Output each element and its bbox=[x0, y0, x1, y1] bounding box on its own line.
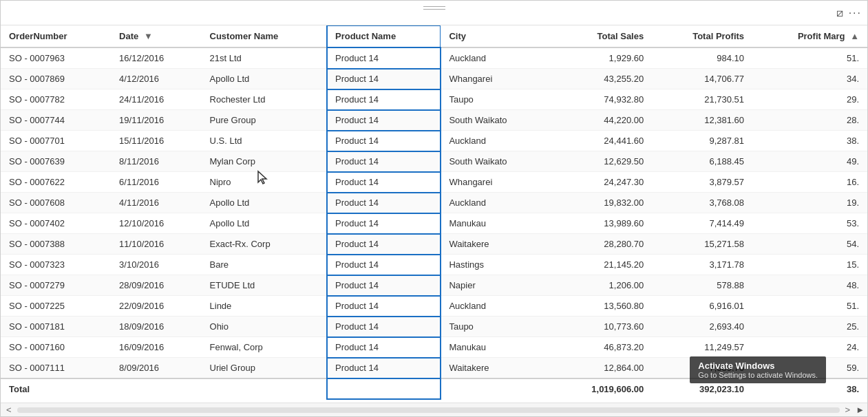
cell-customer-name: Ohio bbox=[202, 317, 327, 337]
cell-profit-margin: 24. bbox=[752, 337, 867, 358]
cell-profit-margin: 51. bbox=[752, 296, 867, 317]
cell-date: 11/10/2016 bbox=[111, 234, 201, 255]
table-row: SO - 000774419/11/2016Pure GroupProduct … bbox=[1, 110, 867, 131]
horizontal-scrollbar[interactable]: < > ► bbox=[1, 403, 867, 416]
scroll-right-far-arrow[interactable]: ► bbox=[856, 405, 865, 415]
table-row: SO - 00076398/11/2016Mylan CorpProduct 1… bbox=[1, 151, 867, 172]
cell-total-sales: 43,255.20 bbox=[551, 69, 652, 89]
cell-customer-name: Nipro bbox=[202, 172, 327, 193]
cell-order-number: SO - 0007323 bbox=[1, 255, 111, 275]
cell-total-profits: 984.10 bbox=[652, 47, 752, 69]
col-header-total-profits[interactable]: Total Profits bbox=[652, 25, 752, 47]
cell-customer-name: Mylan Corp bbox=[202, 151, 327, 172]
cell-product-name: Product 14 bbox=[327, 193, 441, 213]
table-row: SO - 000778224/11/2016Rochester LtdProdu… bbox=[1, 89, 867, 110]
scroll-right-arrow[interactable]: > bbox=[843, 405, 854, 415]
main-window: ⧄ ··· OrderNumber Date ▼ Customer Name bbox=[0, 0, 868, 417]
cell-date: 22/09/2016 bbox=[111, 296, 201, 317]
cell-total-profits: 3,768.08 bbox=[652, 193, 752, 213]
cell-total-profits: 7,414.49 bbox=[652, 213, 752, 234]
cell-date: 15/11/2016 bbox=[111, 131, 201, 151]
cell-total-profits: 3,879.57 bbox=[652, 172, 752, 193]
cell-total-sales: 21,145.20 bbox=[551, 255, 652, 275]
cell-customer-name: Pure Group bbox=[202, 110, 327, 131]
table-row: SO - 000718118/09/2016OhioProduct 14Taup… bbox=[1, 317, 867, 337]
cell-profit-margin: 53. bbox=[752, 213, 867, 234]
cell-profit-margin: 19. bbox=[752, 193, 867, 213]
col-header-date[interactable]: Date ▼ bbox=[111, 25, 201, 47]
table-row: SO - 000770115/11/2016U.S. LtdProduct 14… bbox=[1, 131, 867, 151]
cell-total-profits: 14,706.77 bbox=[652, 69, 752, 89]
cell-total-profits: 578.88 bbox=[652, 275, 752, 296]
table-footer-row: Total 1,019,606.00 392,023.10 38. bbox=[1, 378, 867, 399]
col-header-profit-margin[interactable]: Profit Marg ▲ bbox=[752, 25, 867, 47]
cell-date: 8/09/2016 bbox=[111, 358, 201, 379]
col-header-total-sales[interactable]: Total Sales bbox=[551, 25, 652, 47]
cell-total-profits: 2,693.40 bbox=[652, 317, 752, 337]
col-header-city[interactable]: City bbox=[441, 25, 550, 47]
cell-order-number: SO - 0007622 bbox=[1, 172, 111, 193]
cell-order-number: SO - 0007608 bbox=[1, 193, 111, 213]
cell-product-name: Product 14 bbox=[327, 131, 441, 151]
cell-city: Manukau bbox=[441, 337, 550, 358]
cell-date: 16/09/2016 bbox=[111, 337, 201, 358]
cell-total-profits: 6,188.45 bbox=[652, 151, 752, 172]
cell-order-number: SO - 0007388 bbox=[1, 234, 111, 255]
cell-date: 6/11/2016 bbox=[111, 172, 201, 193]
cell-order-number: SO - 0007225 bbox=[1, 296, 111, 317]
cell-total-profits: 15,271.58 bbox=[652, 234, 752, 255]
cell-city: Napier bbox=[441, 275, 550, 296]
sort-icon-profit-margin: ▲ bbox=[850, 31, 859, 41]
cell-product-name: Product 14 bbox=[327, 89, 441, 110]
data-table: OrderNumber Date ▼ Customer Name Product… bbox=[1, 25, 867, 399]
cell-total-sales: 13,989.60 bbox=[551, 213, 652, 234]
cell-total-sales: 46,873.20 bbox=[551, 337, 652, 358]
export-icon[interactable]: ⧄ bbox=[836, 7, 843, 19]
cell-customer-name: Bare bbox=[202, 255, 327, 275]
table-row: SO - 000716016/09/2016Fenwal, CorpProduc… bbox=[1, 337, 867, 358]
cell-product-name: Product 14 bbox=[327, 234, 441, 255]
cell-date: 16/12/2016 bbox=[111, 47, 201, 69]
cell-order-number: SO - 0007869 bbox=[1, 69, 111, 89]
cell-order-number: SO - 0007782 bbox=[1, 89, 111, 110]
col-header-product-name[interactable]: Product Name bbox=[327, 25, 441, 47]
table-row: SO - 000740212/10/2016Apollo LtdProduct … bbox=[1, 213, 867, 234]
table-row: SO - 000722522/09/2016LindeProduct 14Auc… bbox=[1, 296, 867, 317]
scroll-track[interactable] bbox=[17, 407, 840, 413]
cell-profit-margin: 25. bbox=[752, 317, 867, 337]
cell-profit-margin: 54. bbox=[752, 234, 867, 255]
table-row: SO - 000738811/10/2016Exact-Rx. CorpProd… bbox=[1, 234, 867, 255]
cell-total-sales: 74,932.80 bbox=[551, 89, 652, 110]
cell-profit-margin: 28. bbox=[752, 110, 867, 131]
cell-product-name: Product 14 bbox=[327, 110, 441, 131]
drag-handle[interactable] bbox=[423, 6, 445, 9]
cell-city: Auckland bbox=[441, 131, 550, 151]
cell-total-profits: 6,916.01 bbox=[652, 296, 752, 317]
cell-profit-margin: 34. bbox=[752, 69, 867, 89]
cell-product-name: Product 14 bbox=[327, 151, 441, 172]
table-row: SO - 00073233/10/2016BareProduct 14Hasti… bbox=[1, 255, 867, 275]
cell-city: Auckland bbox=[441, 296, 550, 317]
scroll-left-arrow[interactable]: < bbox=[3, 405, 14, 415]
cell-profit-margin: 38. bbox=[752, 131, 867, 151]
col-header-customer-name[interactable]: Customer Name bbox=[202, 25, 327, 47]
table-container[interactable]: OrderNumber Date ▼ Customer Name Product… bbox=[1, 25, 867, 403]
cell-date: 3/10/2016 bbox=[111, 255, 201, 275]
cell-total-sales: 1,206.00 bbox=[551, 275, 652, 296]
cell-profit-margin: 29. bbox=[752, 89, 867, 110]
cell-product-name: Product 14 bbox=[327, 172, 441, 193]
cell-date: 19/11/2016 bbox=[111, 110, 201, 131]
more-options-icon[interactable]: ··· bbox=[849, 7, 862, 19]
cell-customer-name: Exact-Rx. Corp bbox=[202, 234, 327, 255]
sort-icon-date: ▼ bbox=[144, 31, 153, 41]
cell-total-profits: 7,589.76 bbox=[652, 358, 752, 379]
cell-total-profits: 9,287.81 bbox=[652, 131, 752, 151]
cell-date: 4/12/2016 bbox=[111, 69, 201, 89]
col-header-order-number[interactable]: OrderNumber bbox=[1, 25, 111, 47]
cell-total-profits: 12,381.60 bbox=[652, 110, 752, 131]
cell-profit-margin: 49. bbox=[752, 151, 867, 172]
cell-customer-name: ETUDE Ltd bbox=[202, 275, 327, 296]
cell-city: Hastings bbox=[441, 255, 550, 275]
cell-total-profits: 21,730.51 bbox=[652, 89, 752, 110]
cell-product-name: Product 14 bbox=[327, 47, 441, 69]
